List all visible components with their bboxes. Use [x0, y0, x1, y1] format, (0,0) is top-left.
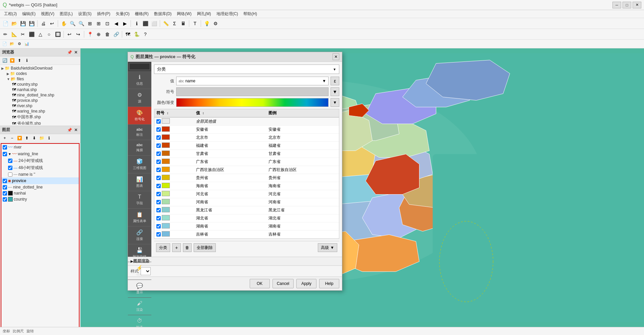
layer-item-nanhai[interactable]: nanhai [1, 190, 79, 196]
select-button[interactable]: ⬛ [141, 19, 149, 28]
menu-geoprocessing[interactable]: 地理处理(C) [214, 10, 241, 17]
classification-type-dropdown[interactable]: 分类 ▼ [154, 65, 339, 74]
row-beijing-check[interactable] [156, 135, 161, 140]
advanced-button[interactable]: 高级 ▼ [318, 243, 337, 252]
layer-check-ninedotted[interactable] [3, 185, 7, 190]
table-row-heilongjiang[interactable]: 黑龙江省 黑龙江省 [154, 206, 339, 214]
digitize-btn1[interactable]: ✏ [1, 30, 9, 38]
nav-item-fields[interactable]: T 字段 [128, 191, 151, 209]
layers-expand-btn[interactable]: ⬆ [23, 135, 30, 141]
layer-check-24h[interactable] [8, 159, 12, 163]
tips-button[interactable]: 💡 [203, 19, 211, 28]
row-heilongjiang-check[interactable] [156, 208, 161, 212]
browser-item-codes[interactable]: ▶ 📁 codes [0, 71, 80, 76]
zoom-next-button[interactable]: ▶ [121, 19, 129, 28]
browser-item-chinacity[interactable]: 🗺 中国市界.shp [0, 114, 80, 120]
menu-layer[interactable]: 图层(L) [57, 10, 76, 17]
layer-check-waringline[interactable] [3, 152, 7, 156]
row-hainan-check[interactable] [156, 184, 161, 188]
table-row-jiangsu[interactable]: 江苏省 江苏省 [154, 239, 339, 239]
nav-item-joins[interactable]: 🔗 连接 [128, 226, 151, 244]
sort-symbol-icon[interactable]: ↕ [167, 111, 168, 115]
row-guangdong-check[interactable] [156, 160, 161, 164]
help-button[interactable]: Help [319, 279, 339, 288]
layer-check-48h[interactable] [8, 166, 12, 170]
row-guangxi-check[interactable] [156, 168, 161, 172]
symbol-picker[interactable] [176, 87, 329, 96]
table-row-henan[interactable]: 河南省 河南省 [154, 198, 339, 206]
python-btn[interactable]: 🐍 [133, 30, 141, 38]
plugins-button[interactable]: ⚙ [211, 19, 219, 28]
delete-all-button[interactable]: 全部删除 [194, 243, 216, 252]
menu-project[interactable]: 工程(J) [1, 10, 19, 17]
classify-button[interactable]: 分类 [156, 243, 170, 252]
identify-button[interactable]: ℹ [133, 19, 141, 28]
browser-item-country[interactable]: 🗺 country.shp [0, 82, 80, 87]
layer-item-country[interactable]: country [1, 196, 79, 202]
browser-item-waringline[interactable]: 🗺 waring_line.shp [0, 109, 80, 114]
deselect-button[interactable]: ⬜ [150, 19, 158, 28]
layer-check-country[interactable] [3, 197, 7, 202]
table-row-guizhou[interactable]: 贵州省 贵州省 [154, 174, 339, 182]
gradient-arrow[interactable]: ▼ [331, 98, 339, 107]
layer-properties-dialog[interactable]: Q 图层属性 — provice — 符号化 ✕ ℹ 信息 [128, 52, 342, 291]
col-legend[interactable]: 图例 [266, 109, 339, 117]
row-hunan-check[interactable] [156, 224, 161, 228]
digitize-btn6[interactable]: ○ [45, 30, 53, 38]
menu-view[interactable]: 视图(V) [38, 10, 57, 17]
minimize-button[interactable]: ─ [612, 2, 621, 8]
browser-item-capitals[interactable]: 🗺 省会城市.shp [0, 120, 80, 125]
color-gradient-bar[interactable] [176, 98, 329, 107]
digitize-btn11[interactable]: ⊕ [95, 30, 103, 38]
menu-help[interactable]: 帮助(H) [241, 10, 260, 17]
table-row-fujian[interactable]: 福建省 福建省 [154, 142, 339, 150]
statistics-button[interactable]: Σ [170, 19, 179, 28]
layer-item-ninedotted[interactable]: — nine_dotted_line [1, 184, 79, 190]
layer-render-arrow[interactable]: ▶ [131, 259, 133, 263]
table-row-hebei[interactable]: 河北省 河北省 [154, 190, 339, 198]
menu-mesh[interactable]: 网孔(M) [194, 10, 214, 17]
browser-item-river[interactable]: 🗺 river.shp [0, 103, 80, 109]
browser-item-files[interactable]: ▼ 📂 files [0, 76, 80, 82]
table-row-beijing[interactable]: 北京市 北京市 [154, 134, 339, 142]
zoom-out-button[interactable]: 🔍 [77, 19, 85, 28]
symbol-arrow[interactable]: ▼ [331, 87, 339, 96]
layers-collapse-btn[interactable]: ⬇ [31, 135, 38, 141]
digitize-btn2[interactable]: 📐 [10, 30, 18, 38]
zoom-in-button[interactable]: 🔍 [68, 19, 77, 28]
browser-prop-btn[interactable]: ℹ [23, 57, 30, 64]
table-row-hubei[interactable]: 湖北省 湖北省 [154, 214, 339, 222]
sort-value-icon[interactable]: ↕ [202, 111, 204, 115]
layers-group-btn[interactable]: 📁 [38, 135, 45, 141]
save-as-button[interactable]: 💾 [28, 19, 36, 28]
row-jilin-check[interactable] [156, 232, 161, 237]
nav-item-3d[interactable]: 🧊 三维视图 [128, 156, 151, 173]
row-gansu-check[interactable] [156, 152, 161, 156]
nav-item-render[interactable]: 🖌 渲染 [128, 298, 151, 315]
layer-check-river[interactable] [3, 145, 7, 150]
small-btn1[interactable]: 📄 [1, 41, 8, 47]
dialog-search-input[interactable] [129, 63, 150, 70]
measure-button[interactable]: 📏 [162, 19, 170, 28]
print-button[interactable]: 🖨 [39, 19, 47, 28]
browser-close-icon[interactable]: ✕ [73, 50, 78, 55]
zoom-prev-button[interactable]: ◀ [112, 19, 120, 28]
browser-item-provice[interactable]: 🗺 provice.shp [0, 98, 80, 103]
menu-edit[interactable]: 编辑(E) [19, 10, 38, 17]
menu-raster[interactable]: 栅格(R) [132, 10, 151, 17]
dialog-close-button[interactable]: ✕ [333, 53, 339, 60]
zoom-full-button[interactable]: ⊞ [86, 19, 94, 28]
nav-item-charts[interactable]: 📊 图表 [128, 173, 151, 191]
row-guizhou-check[interactable] [156, 176, 161, 180]
browser-refresh-btn[interactable]: 🔄 [1, 57, 8, 64]
col-value[interactable]: 值 ↕ [194, 109, 266, 117]
row-henan-check[interactable] [156, 200, 161, 204]
layers-help-btn[interactable]: ℹ [46, 135, 52, 141]
browser-filter-btn[interactable]: 🔽 [9, 57, 15, 64]
browser-collapse-btn[interactable]: ⬆ [16, 57, 23, 64]
browser-item-nanhai[interactable]: 🗺 nanhai.shp [0, 87, 80, 92]
row-hubei-check[interactable] [156, 216, 161, 220]
small-btn2[interactable]: 📂 [9, 41, 15, 47]
add-class-button[interactable]: + [172, 243, 181, 252]
digitize-btn8[interactable]: ↩ [65, 30, 73, 38]
